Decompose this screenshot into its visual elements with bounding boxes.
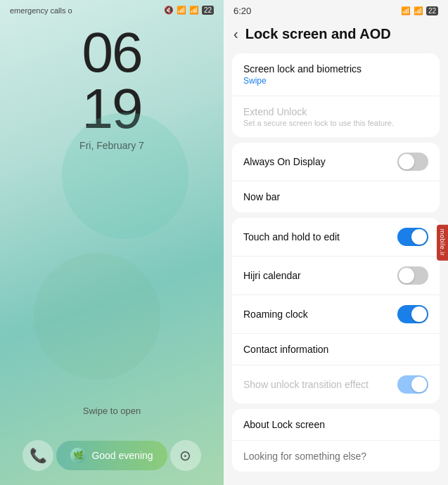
settings-panel: 6:20 📶 📶 22 ‹ Lock screen and AOD Screen…: [224, 0, 448, 485]
roaming-clock-item[interactable]: Roaming clock: [232, 295, 440, 334]
about-lock-screen-label: About Lock screen: [243, 419, 428, 430]
signal-icon: 📶: [189, 6, 199, 15]
clock-hour: 06: [0, 25, 224, 81]
about-card: About Lock screen Looking for something …: [232, 409, 440, 472]
good-evening-icon: 🌿: [70, 448, 86, 463]
contact-information-label: Contact information: [243, 344, 428, 355]
wifi-icon: 📶: [177, 6, 186, 15]
left-status-bar: emergency calls o 🔇 📶 📶 22: [0, 0, 224, 18]
good-evening-label: Good evening: [91, 450, 153, 461]
looking-for-something-label: Looking for something else?: [243, 451, 428, 462]
screen-lock-sublabel: Swipe: [243, 76, 361, 86]
touch-and-hold-item[interactable]: Touch and hold to edit: [232, 218, 440, 257]
s-shape-decoration: [20, 98, 203, 394]
contact-information-item[interactable]: Contact information: [232, 334, 440, 366]
extend-unlock-sublabel: Set a secure screen lock to use this fea…: [243, 119, 394, 127]
swipe-to-open-text: Swipe to open: [0, 406, 224, 416]
back-button[interactable]: ‹: [233, 26, 238, 42]
svg-point-1: [34, 253, 160, 380]
hijri-calendar-label: Hijri calendar: [243, 270, 397, 281]
wifi-icon-right: 📶: [401, 6, 411, 15]
watermark: mobile.ir: [437, 225, 448, 261]
looking-for-something-item[interactable]: Looking for something else?: [232, 441, 440, 472]
show-unlock-transition-item[interactable]: Show unlock transition effect: [232, 366, 440, 403]
lock-screen-preview: emergency calls o 🔇 📶 📶 22 06 19 Fri, Fe…: [0, 0, 224, 485]
battery-right: 22: [426, 6, 438, 15]
svg-point-0: [62, 112, 188, 239]
phone-glyph: 📞: [30, 447, 47, 464]
extend-unlock-label: Extend Unlock: [243, 106, 394, 117]
touch-and-hold-label: Touch and hold to edit: [243, 231, 397, 242]
right-status-time: 6:20: [233, 6, 251, 16]
roaming-clock-toggle[interactable]: [397, 305, 428, 323]
camera-icon[interactable]: ⊙: [170, 440, 201, 471]
lock-screen-bottom-bar: 📞 🌿 Good evening ⊙: [0, 440, 224, 471]
roaming-clock-label: Roaming clock: [243, 309, 397, 320]
always-on-display-item[interactable]: Always On Display: [232, 143, 440, 181]
mute-icon: 🔇: [164, 6, 174, 15]
touch-and-hold-toggle[interactable]: [397, 228, 428, 246]
right-status-icons: 📶 📶 22: [401, 6, 438, 15]
hijri-calendar-toggle[interactable]: [397, 266, 428, 285]
always-on-display-label: Always On Display: [243, 156, 397, 167]
page-title: Lock screen and AOD: [245, 26, 391, 42]
screen-lock-item[interactable]: Screen lock and biometrics Swipe: [232, 53, 440, 96]
aod-card: Always On Display Now bar: [232, 143, 440, 212]
show-unlock-transition-toggle[interactable]: [397, 375, 428, 394]
now-bar-label: Now bar: [243, 191, 428, 202]
signal-icon-right: 📶: [414, 6, 423, 15]
settings-header: ‹ Lock screen and AOD: [224, 19, 448, 51]
emergency-calls-text: emergency calls o: [10, 6, 72, 15]
now-bar-item[interactable]: Now bar: [232, 181, 440, 212]
screen-lock-label: Screen lock and biometrics: [243, 63, 361, 75]
hijri-calendar-item[interactable]: Hijri calendar: [232, 257, 440, 295]
phone-icon[interactable]: 📞: [23, 440, 53, 471]
screen-lock-text: Screen lock and biometrics Swipe: [243, 63, 361, 86]
about-lock-screen-item[interactable]: About Lock screen: [232, 409, 440, 441]
customise-card: Touch and hold to edit Hijri calendar Ro…: [232, 218, 440, 403]
good-evening-pill[interactable]: 🌿 Good evening: [56, 441, 167, 470]
battery-text: 22: [202, 6, 214, 15]
extend-unlock-text: Extend Unlock Set a secure screen lock t…: [243, 106, 394, 127]
extend-unlock-item: Extend Unlock Set a secure screen lock t…: [232, 96, 440, 137]
always-on-display-toggle[interactable]: [397, 153, 428, 171]
right-status-bar: 6:20 📶 📶 22: [224, 0, 448, 19]
show-unlock-transition-label: Show unlock transition effect: [243, 379, 397, 390]
left-status-icons: 🔇 📶 📶 22: [164, 6, 214, 15]
camera-glyph: ⊙: [179, 447, 191, 464]
settings-scroll-area[interactable]: Screen lock and biometrics Swipe Extend …: [224, 51, 448, 485]
screen-lock-card: Screen lock and biometrics Swipe Extend …: [232, 53, 440, 137]
